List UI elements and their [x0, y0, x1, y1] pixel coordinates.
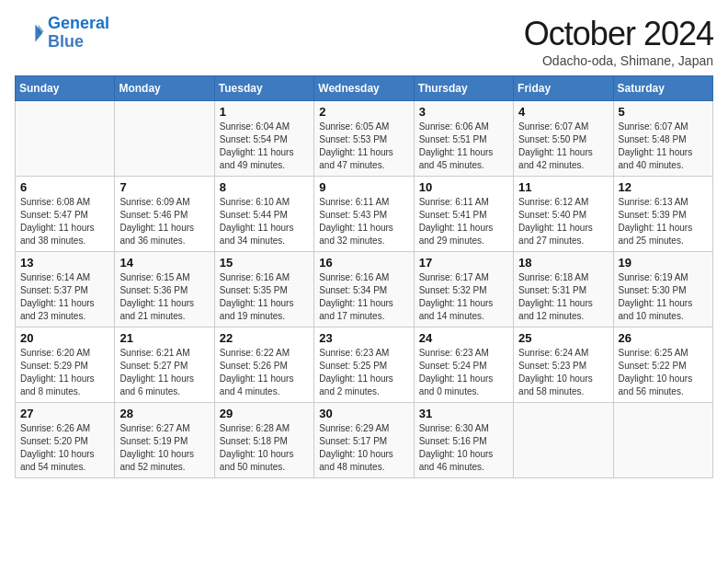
day-number: 21	[119, 331, 209, 345]
calendar-cell: 20Sunrise: 6:20 AM Sunset: 5:29 PM Dayli…	[16, 327, 115, 403]
calendar-week-row: 1Sunrise: 6:04 AM Sunset: 5:54 PM Daylig…	[16, 101, 713, 177]
logo-icon	[15, 18, 44, 48]
calendar-cell: 6Sunrise: 6:08 AM Sunset: 5:47 PM Daylig…	[16, 177, 115, 252]
day-number: 19	[619, 256, 708, 270]
day-info: Sunrise: 6:11 AM Sunset: 5:43 PM Dayligh…	[319, 196, 408, 247]
day-info: Sunrise: 6:29 AM Sunset: 5:17 PM Dayligh…	[319, 422, 408, 474]
day-number: 6	[20, 180, 109, 194]
page-header: General Blue October 2024 Odacho-oda, Sh…	[15, 15, 713, 68]
calendar-cell: 17Sunrise: 6:17 AM Sunset: 5:32 PM Dayli…	[414, 252, 513, 327]
day-info: Sunrise: 6:06 AM Sunset: 5:51 PM Dayligh…	[419, 121, 508, 172]
calendar-cell: 21Sunrise: 6:21 AM Sunset: 5:27 PM Dayli…	[115, 327, 214, 403]
day-of-week-header: Tuesday	[214, 76, 313, 101]
day-number: 24	[419, 331, 508, 345]
location-subtitle: Odacho-oda, Shimane, Japan	[524, 53, 713, 68]
calendar-week-row: 6Sunrise: 6:08 AM Sunset: 5:47 PM Daylig…	[16, 177, 713, 252]
day-number: 27	[20, 407, 109, 420]
day-number: 10	[419, 180, 508, 194]
day-number: 13	[20, 256, 109, 270]
day-number: 2	[319, 105, 408, 119]
calendar-cell	[613, 403, 712, 478]
calendar-cell: 28Sunrise: 6:27 AM Sunset: 5:19 PM Dayli…	[115, 403, 214, 478]
calendar-cell: 26Sunrise: 6:25 AM Sunset: 5:22 PM Dayli…	[613, 327, 712, 403]
calendar-cell: 3Sunrise: 6:06 AM Sunset: 5:51 PM Daylig…	[414, 101, 513, 177]
day-info: Sunrise: 6:16 AM Sunset: 5:34 PM Dayligh…	[319, 271, 408, 323]
day-number: 31	[419, 407, 508, 420]
day-number: 23	[319, 331, 408, 345]
day-number: 4	[518, 105, 608, 119]
day-info: Sunrise: 6:10 AM Sunset: 5:44 PM Dayligh…	[220, 196, 309, 247]
calendar-cell: 14Sunrise: 6:15 AM Sunset: 5:36 PM Dayli…	[115, 252, 214, 327]
calendar-cell: 8Sunrise: 6:10 AM Sunset: 5:44 PM Daylig…	[214, 177, 313, 252]
calendar-week-row: 27Sunrise: 6:26 AM Sunset: 5:20 PM Dayli…	[16, 403, 713, 478]
day-info: Sunrise: 6:22 AM Sunset: 5:26 PM Dayligh…	[220, 347, 309, 398]
day-info: Sunrise: 6:13 AM Sunset: 5:39 PM Dayligh…	[619, 196, 708, 247]
calendar-cell: 18Sunrise: 6:18 AM Sunset: 5:31 PM Dayli…	[514, 252, 613, 327]
day-number: 22	[220, 331, 309, 345]
day-info: Sunrise: 6:21 AM Sunset: 5:27 PM Dayligh…	[119, 347, 209, 398]
calendar-cell: 5Sunrise: 6:07 AM Sunset: 5:48 PM Daylig…	[613, 101, 712, 177]
day-info: Sunrise: 6:30 AM Sunset: 5:16 PM Dayligh…	[419, 422, 508, 474]
day-of-week-header: Wednesday	[314, 76, 414, 101]
day-info: Sunrise: 6:15 AM Sunset: 5:36 PM Dayligh…	[119, 271, 209, 323]
calendar-week-row: 20Sunrise: 6:20 AM Sunset: 5:29 PM Dayli…	[16, 327, 713, 403]
day-info: Sunrise: 6:20 AM Sunset: 5:29 PM Dayligh…	[20, 347, 109, 398]
day-info: Sunrise: 6:26 AM Sunset: 5:20 PM Dayligh…	[20, 422, 109, 474]
day-of-week-header: Saturday	[613, 76, 712, 101]
day-info: Sunrise: 6:07 AM Sunset: 5:48 PM Dayligh…	[619, 121, 708, 172]
day-info: Sunrise: 6:07 AM Sunset: 5:50 PM Dayligh…	[518, 121, 608, 172]
day-number: 3	[419, 105, 508, 119]
day-number: 29	[220, 407, 309, 420]
calendar-cell: 1Sunrise: 6:04 AM Sunset: 5:54 PM Daylig…	[214, 101, 313, 177]
day-number: 1	[220, 105, 309, 119]
calendar-cell	[16, 101, 115, 177]
calendar-cell: 24Sunrise: 6:23 AM Sunset: 5:24 PM Dayli…	[414, 327, 513, 403]
day-number: 12	[619, 180, 708, 194]
day-info: Sunrise: 6:25 AM Sunset: 5:22 PM Dayligh…	[619, 347, 708, 398]
day-number: 20	[20, 331, 109, 345]
day-number: 18	[518, 256, 608, 270]
calendar-cell	[115, 101, 214, 177]
day-info: Sunrise: 6:19 AM Sunset: 5:30 PM Dayligh…	[619, 271, 708, 323]
day-info: Sunrise: 6:05 AM Sunset: 5:53 PM Dayligh…	[319, 121, 408, 172]
title-section: October 2024 Odacho-oda, Shimane, Japan	[524, 15, 713, 68]
day-info: Sunrise: 6:27 AM Sunset: 5:19 PM Dayligh…	[119, 422, 209, 474]
calendar-cell: 7Sunrise: 6:09 AM Sunset: 5:46 PM Daylig…	[115, 177, 214, 252]
calendar-cell: 11Sunrise: 6:12 AM Sunset: 5:40 PM Dayli…	[514, 177, 613, 252]
day-number: 11	[518, 180, 608, 194]
calendar-cell: 25Sunrise: 6:24 AM Sunset: 5:23 PM Dayli…	[514, 327, 613, 403]
calendar-week-row: 13Sunrise: 6:14 AM Sunset: 5:37 PM Dayli…	[16, 252, 713, 327]
calendar-header-row: SundayMondayTuesdayWednesdayThursdayFrid…	[16, 76, 713, 101]
day-info: Sunrise: 6:04 AM Sunset: 5:54 PM Dayligh…	[220, 121, 309, 172]
day-info: Sunrise: 6:24 AM Sunset: 5:23 PM Dayligh…	[518, 347, 608, 398]
calendar-cell: 12Sunrise: 6:13 AM Sunset: 5:39 PM Dayli…	[613, 177, 712, 252]
logo-text: General Blue	[48, 15, 109, 52]
day-number: 17	[419, 256, 508, 270]
calendar-cell: 2Sunrise: 6:05 AM Sunset: 5:53 PM Daylig…	[314, 101, 414, 177]
day-number: 15	[220, 256, 309, 270]
day-number: 25	[518, 331, 608, 345]
calendar-cell: 10Sunrise: 6:11 AM Sunset: 5:41 PM Dayli…	[414, 177, 513, 252]
calendar-cell: 27Sunrise: 6:26 AM Sunset: 5:20 PM Dayli…	[16, 403, 115, 478]
day-number: 30	[319, 407, 408, 420]
day-number: 26	[619, 331, 708, 345]
calendar-cell: 4Sunrise: 6:07 AM Sunset: 5:50 PM Daylig…	[514, 101, 613, 177]
calendar-cell: 22Sunrise: 6:22 AM Sunset: 5:26 PM Dayli…	[214, 327, 313, 403]
day-info: Sunrise: 6:17 AM Sunset: 5:32 PM Dayligh…	[419, 271, 508, 323]
calendar-cell: 13Sunrise: 6:14 AM Sunset: 5:37 PM Dayli…	[16, 252, 115, 327]
day-number: 14	[119, 256, 209, 270]
day-info: Sunrise: 6:16 AM Sunset: 5:35 PM Dayligh…	[220, 271, 309, 323]
day-number: 16	[319, 256, 408, 270]
day-number: 8	[220, 180, 309, 194]
month-title: October 2024	[524, 15, 713, 53]
day-info: Sunrise: 6:09 AM Sunset: 5:46 PM Dayligh…	[119, 196, 209, 247]
svg-marker-1	[39, 24, 44, 33]
day-info: Sunrise: 6:23 AM Sunset: 5:24 PM Dayligh…	[419, 347, 508, 398]
calendar-cell: 19Sunrise: 6:19 AM Sunset: 5:30 PM Dayli…	[613, 252, 712, 327]
calendar-cell: 30Sunrise: 6:29 AM Sunset: 5:17 PM Dayli…	[314, 403, 414, 478]
calendar-cell: 31Sunrise: 6:30 AM Sunset: 5:16 PM Dayli…	[414, 403, 513, 478]
calendar-cell	[514, 403, 613, 478]
day-of-week-header: Friday	[514, 76, 613, 101]
calendar-cell: 16Sunrise: 6:16 AM Sunset: 5:34 PM Dayli…	[314, 252, 414, 327]
calendar-cell: 23Sunrise: 6:23 AM Sunset: 5:25 PM Dayli…	[314, 327, 414, 403]
